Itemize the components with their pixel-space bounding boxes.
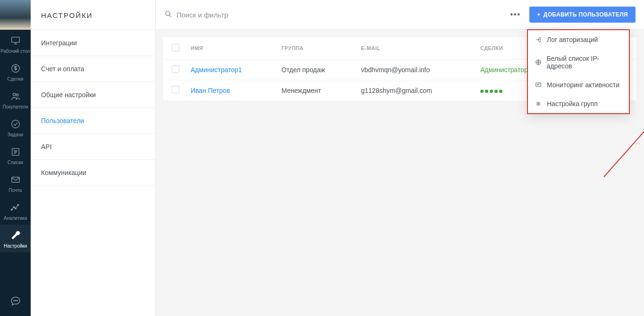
main-area: ••• + ДОБАВИТЬ ПОЛЬЗОВАТЕЛЯ ИМЯ ГРУППА E…	[156, 0, 644, 316]
sidebar-item-general[interactable]: Общие настройки	[31, 82, 155, 108]
svg-point-13	[17, 300, 17, 301]
dropdown-label: Настройка групп	[547, 100, 598, 108]
dropdown-label: Белый список IP-адресов	[547, 55, 623, 70]
ellipsis-icon: •••	[510, 10, 520, 20]
search-input[interactable]	[176, 11, 318, 19]
svg-rect-0	[11, 37, 19, 42]
svg-point-11	[13, 300, 14, 301]
settings-sidebar: НАСТРОЙКИ Интеграции Счет и оплата Общие…	[31, 0, 156, 316]
user-group: Менеждмент	[276, 80, 355, 101]
user-email: g1128shym@gmail.com	[355, 80, 475, 101]
plus-icon: +	[537, 11, 540, 18]
col-email: E-MAIL	[355, 37, 475, 59]
user-group: Отдел продаж	[276, 59, 355, 80]
user-deals: Администратор	[480, 66, 528, 74]
search-icon	[164, 10, 173, 20]
nav-item-desktop[interactable]: Рабочий стол	[0, 30, 31, 58]
nav-item-buyers[interactable]: Покупатели	[0, 85, 31, 113]
nav-rail: Рабочий стол Сделки Покупатели Задачи Сп…	[0, 0, 31, 316]
nav-label: Настройки	[4, 243, 27, 249]
list-icon	[9, 146, 22, 158]
topbar: ••• + ДОБАВИТЬ ПОЛЬЗОВАТЕЛЯ	[156, 0, 644, 30]
nav-label: Рабочий стол	[0, 49, 30, 54]
dots-indicator	[480, 90, 502, 93]
add-user-label: ДОБАВИТЬ ПОЛЬЗОВАТЕЛЯ	[544, 11, 628, 18]
nav-label: Сделки	[7, 76, 23, 82]
select-all-checkbox[interactable]	[172, 44, 179, 51]
nav-item-deals[interactable]: Сделки	[0, 58, 31, 85]
svg-point-9	[15, 208, 16, 209]
svg-point-10	[17, 204, 19, 206]
nav-item-mail[interactable]: Почта	[0, 169, 31, 197]
annotation-arrow	[599, 101, 644, 186]
nav-item-tasks[interactable]: Задачи	[0, 113, 31, 141]
user-name-link[interactable]: Администратор1	[191, 66, 242, 74]
more-dropdown: Лог авторизаций Белый список IP-адресов …	[527, 29, 630, 114]
nav-label: Списки	[8, 160, 23, 165]
dropdown-label: Мониторинг активности	[547, 81, 619, 89]
col-group: ГРУППА	[276, 37, 355, 59]
svg-point-12	[15, 300, 16, 301]
desktop-icon	[9, 34, 22, 47]
sidebar-item-users[interactable]: Пользователи	[31, 108, 155, 134]
sidebar-item-communications[interactable]: Коммуникации	[31, 160, 155, 186]
search-wrap	[164, 10, 501, 20]
row-checkbox[interactable]	[172, 86, 179, 93]
nav-item-analytics[interactable]: Аналитика	[0, 197, 31, 225]
wrench-icon	[9, 229, 22, 241]
dollar-icon	[9, 62, 22, 75]
svg-point-14	[166, 11, 170, 16]
mail-icon	[9, 174, 22, 186]
globe-icon	[535, 58, 542, 66]
user-email: vbdhvmqn@yomail.info	[355, 59, 475, 80]
nav-label: Почта	[9, 188, 22, 193]
nav-item-chat[interactable]	[0, 291, 31, 316]
sidebar-title: НАСТРОЙКИ	[31, 0, 155, 30]
nav-item-settings[interactable]: Настройки	[0, 225, 31, 252]
svg-point-4	[11, 120, 19, 128]
users-icon	[9, 90, 22, 102]
chat-icon	[9, 295, 22, 308]
dropdown-item-activity-monitor[interactable]: Мониторинг активности	[528, 75, 629, 94]
row-checkbox[interactable]	[172, 65, 179, 73]
sidebar-item-api[interactable]: API	[31, 134, 155, 160]
analytics-icon	[9, 201, 22, 214]
check-circle-icon	[9, 118, 22, 130]
svg-line-17	[604, 105, 644, 177]
add-user-button[interactable]: + ДОБАВИТЬ ПОЛЬЗОВАТЕЛЯ	[529, 7, 636, 23]
svg-point-3	[16, 94, 18, 96]
login-icon	[535, 36, 542, 43]
sidebar-item-billing[interactable]: Счет и оплата	[31, 56, 155, 82]
sidebar-item-integrations[interactable]: Интеграции	[31, 30, 155, 56]
dropdown-item-auth-log[interactable]: Лог авторизаций	[528, 30, 629, 49]
nav-label: Задачи	[8, 132, 24, 137]
tools-icon	[535, 100, 542, 108]
nav-item-lists[interactable]: Списки	[0, 141, 31, 169]
more-button[interactable]: •••	[507, 6, 524, 23]
workspace-avatar[interactable]	[0, 0, 31, 30]
dropdown-item-group-settings[interactable]: Настройка групп	[528, 94, 629, 113]
svg-point-2	[13, 93, 16, 96]
monitor-icon	[535, 81, 542, 89]
svg-rect-6	[11, 177, 19, 183]
dropdown-item-ip-whitelist[interactable]: Белый список IP-адресов	[528, 49, 629, 75]
svg-point-7	[11, 209, 12, 210]
nav-label: Аналитика	[4, 216, 27, 221]
dropdown-label: Лог авторизаций	[547, 36, 598, 43]
col-name: ИМЯ	[185, 37, 276, 59]
nav-label: Покупатели	[2, 104, 28, 109]
svg-point-8	[13, 207, 14, 208]
user-name-link[interactable]: Иван Петров	[191, 87, 230, 94]
